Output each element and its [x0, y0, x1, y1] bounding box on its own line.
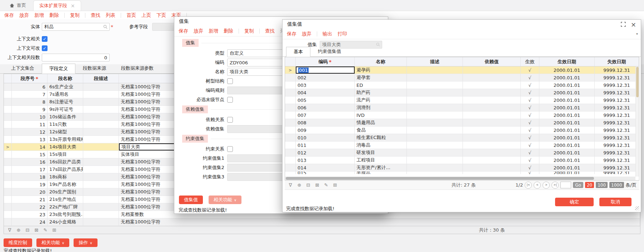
- cell-name[interactable]: 7s通用名: [48, 91, 83, 98]
- horizontal-scrollbar[interactable]: [285, 177, 635, 180]
- cell-end-date[interactable]: 9999.12.31: [595, 172, 639, 174]
- cell-name[interactable]: 18s商标: [48, 173, 83, 181]
- cell-name[interactable]: 流产药: [355, 97, 407, 104]
- cell-desc[interactable]: [83, 151, 119, 158]
- cell-dependent-value[interactable]: [463, 142, 521, 149]
- cell-end-date[interactable]: 9999.12.31: [595, 104, 639, 111]
- cell-seq[interactable]: 21: [12, 196, 48, 203]
- cell-seq[interactable]: 24: [12, 218, 48, 226]
- cell-code[interactable]: 015: [296, 172, 355, 174]
- delete-button[interactable]: 删除: [49, 12, 59, 19]
- operations-button[interactable]: 操作∨: [74, 238, 97, 247]
- related-functions-button[interactable]: 相关功能∨: [209, 196, 241, 204]
- cell-desc[interactable]: [83, 196, 119, 203]
- cell-active[interactable]: √: [521, 119, 539, 126]
- cell-end-date[interactable]: 9999.12.31: [595, 89, 639, 96]
- cell-code[interactable]: 003: [296, 81, 355, 89]
- cell-desc[interactable]: [83, 218, 119, 226]
- entity-input[interactable]: 料品: [42, 23, 110, 31]
- cell-name[interactable]: 9s许可证号: [48, 106, 83, 113]
- cell-name[interactable]: 13s开票专用规格: [48, 136, 83, 143]
- tab-home[interactable]: 首页: [0, 0, 33, 11]
- cell-name[interactable]: 研发项目: [355, 149, 407, 156]
- cell-name[interactable]: 6s生产企业: [48, 83, 83, 90]
- cell-seq[interactable]: 23: [12, 211, 48, 218]
- cell-name[interactable]: 半成品: [355, 172, 407, 174]
- related-functions-button[interactable]: 相关功能∨: [36, 238, 69, 247]
- resize-grip[interactable]: [635, 206, 639, 211]
- cell-start-date[interactable]: 2000.01.01: [539, 112, 595, 119]
- copy-row-icon[interactable]: ⊞: [332, 183, 338, 187]
- cell-name[interactable]: 15s项目: [48, 151, 83, 158]
- cell-active[interactable]: √: [521, 89, 539, 96]
- save-button[interactable]: 保存: [287, 31, 296, 37]
- tab-segment-source[interactable]: 段数据来源: [75, 63, 114, 73]
- ctx-segnum-input[interactable]: 0: [42, 54, 110, 61]
- table-row[interactable]: 014 无形资产/累计... √ 2000.01.01 9999.12.31: [285, 164, 639, 172]
- cell-desc[interactable]: [83, 91, 119, 98]
- cell-name[interactable]: ED: [355, 81, 407, 89]
- cell-seq[interactable]: 18: [12, 173, 48, 181]
- cell-code[interactable]: 008: [296, 119, 355, 126]
- cell-dependent-value[interactable]: [463, 112, 521, 119]
- table-row[interactable]: > 001 避孕药 √ 2000.01.01 9999.12.31: [285, 66, 639, 74]
- cell-end-date[interactable]: 9999.12.31: [595, 97, 639, 104]
- cell-start-date[interactable]: 2000.01.01: [539, 157, 595, 164]
- cell-desc[interactable]: [83, 113, 119, 120]
- cell-name[interactable]: 11s只数: [48, 121, 83, 128]
- cell-start-date[interactable]: 2000.01.01: [539, 164, 595, 171]
- cell-desc[interactable]: [407, 157, 463, 164]
- page-size-20[interactable]: 20: [585, 182, 594, 188]
- cell-end-date[interactable]: 9999.12.31: [595, 142, 639, 149]
- cancel-button[interactable]: 取消: [599, 198, 631, 206]
- cell-dependent-value[interactable]: [463, 81, 521, 89]
- cell-active[interactable]: √: [521, 142, 539, 149]
- cell-start-date[interactable]: 2000.01.01: [539, 172, 595, 174]
- cell-extra[interactable]: 无档案1000位字符: [119, 218, 640, 226]
- table-row[interactable]: 011 消毒品 √ 2000.01.01 9999.12.31: [285, 142, 639, 149]
- cell-seq[interactable]: 15: [12, 151, 48, 158]
- cell-seq[interactable]: 16: [12, 158, 48, 165]
- cell-code[interactable]: 001: [296, 66, 355, 74]
- filter-icon[interactable]: ∇: [288, 183, 293, 187]
- delete-row-icon[interactable]: ⊠: [34, 228, 39, 232]
- constraint-relation-checkbox[interactable]: [227, 146, 233, 152]
- cell-active[interactable]: √: [521, 149, 539, 156]
- cell-seq[interactable]: 10: [12, 113, 48, 120]
- cell-desc[interactable]: [407, 134, 463, 141]
- discard-button[interactable]: 放弃: [19, 12, 29, 19]
- cell-end-date[interactable]: 9999.12.31: [595, 149, 639, 156]
- cell-name[interactable]: 23s批号到期预...: [48, 211, 83, 218]
- table-row[interactable]: 24 24s小盒规格 无档案1000位字符: [4, 218, 640, 226]
- copy-row-icon[interactable]: ⊞: [51, 228, 57, 232]
- cell-end-date[interactable]: 9999.12.31: [595, 134, 639, 141]
- delete-row-icon[interactable]: ⊠: [314, 183, 320, 187]
- cell-desc[interactable]: [83, 121, 119, 128]
- cell-code[interactable]: 014: [296, 164, 355, 171]
- cell-desc[interactable]: [407, 142, 463, 149]
- header-name[interactable]: 段名称: [48, 74, 83, 83]
- page-size-1000[interactable]: 1000: [609, 182, 624, 188]
- header-desc[interactable]: 描述: [407, 57, 463, 66]
- add-button[interactable]: 新增: [209, 28, 218, 34]
- cell-dependent-value[interactable]: [463, 134, 521, 141]
- cell-active[interactable]: √: [521, 97, 539, 104]
- cell-code[interactable]: 011: [296, 142, 355, 149]
- cell-desc[interactable]: [407, 112, 463, 119]
- table-row[interactable]: 007 IVD √ 2000.01.01 9999.12.31: [285, 112, 639, 119]
- cell-dependent-value[interactable]: [463, 164, 521, 171]
- tree-structure-checkbox[interactable]: [227, 78, 233, 84]
- cell-active[interactable]: √: [521, 112, 539, 119]
- cell-active[interactable]: √: [521, 81, 539, 89]
- scrollbar-thumb[interactable]: [636, 67, 639, 97]
- header-dependent-value[interactable]: 依赖值: [463, 57, 521, 66]
- header-name[interactable]: 名称: [355, 57, 407, 66]
- cell-seq[interactable]: 6: [12, 83, 48, 90]
- cell-start-date[interactable]: 2000.01.01: [539, 97, 595, 104]
- cell-name[interactable]: 12s储型: [48, 128, 83, 135]
- table-row[interactable]: 015 半成品 √ 2000.01.01 9999.12.31: [285, 172, 639, 174]
- cell-code[interactable]: 006: [296, 104, 355, 111]
- cell-dependent-value[interactable]: [463, 149, 521, 156]
- cell-active[interactable]: √: [521, 172, 539, 174]
- cell-start-date[interactable]: 2000.01.01: [539, 104, 595, 111]
